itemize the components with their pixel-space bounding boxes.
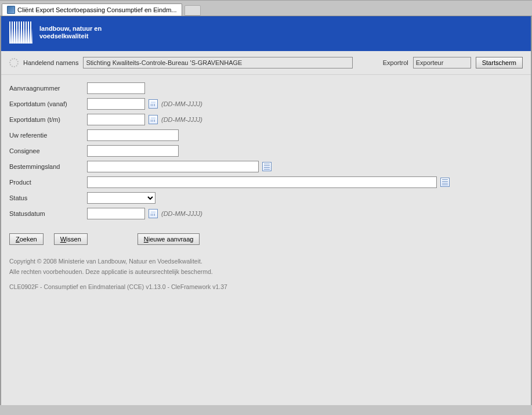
handelend-namens-input[interactable] (83, 57, 353, 68)
footer-version: CLE0902F - Consumptief en Eindmateriaal … (9, 282, 523, 293)
status-select[interactable] (87, 192, 155, 204)
calendar-icon[interactable] (149, 99, 158, 109)
exportrol-input[interactable] (413, 57, 471, 68)
aanvraagnummer-input[interactable] (87, 82, 145, 94)
consignee-label: Consignee (9, 147, 84, 154)
browser-tab-active[interactable]: Cliënt Export Sectortoepassing Consumpti… (2, 3, 182, 16)
wissen-label: issen (66, 236, 81, 243)
context-bar: Handelend namens Exportrol Startscherm (1, 51, 531, 75)
exportdatum-vanaf-label: Exportdatum (vanaf) (9, 100, 84, 107)
startscherm-button[interactable]: Startscherm (476, 57, 523, 68)
product-input[interactable] (87, 176, 437, 188)
product-label: Product (9, 179, 84, 186)
nieuwe-label: ieuwe aanvraag (149, 236, 194, 243)
footer-rights: Alle rechten voorbehouden. Deze applicat… (9, 267, 523, 277)
exportdatum-vanaf-input[interactable] (87, 98, 145, 110)
calendar-icon[interactable] (149, 115, 158, 124)
app-container: landbouw, natuur en voedselkwaliteit Han… (0, 16, 532, 405)
date-format-hint: (DD-MM-JJJJ) (161, 116, 202, 123)
ministry-logo-icon (9, 21, 32, 44)
lookup-icon[interactable] (262, 162, 272, 171)
ministry-banner: landbouw, natuur en voedselkwaliteit (1, 16, 531, 51)
statusdatum-input[interactable] (87, 208, 145, 219)
tab-title: Cliënt Export Sectortoepassing Consumpti… (17, 6, 177, 13)
date-format-hint: (DD-MM-JJJJ) (161, 210, 202, 217)
loading-spinner-icon (9, 58, 19, 67)
exportdatum-tm-label: Exportdatum (t/m) (9, 116, 84, 123)
bestemmingsland-input[interactable] (87, 161, 259, 172)
app-favicon-icon (7, 6, 15, 14)
browser-tabstrip: Cliënt Export Sectortoepassing Consumpti… (0, 3, 532, 16)
wissen-button[interactable]: Wissen (54, 233, 88, 245)
exportrol-label: Exportrol (383, 59, 408, 66)
statusdatum-label: Statusdatum (9, 210, 84, 217)
consignee-input[interactable] (87, 145, 179, 157)
zoeken-label: oeken (20, 236, 37, 243)
uw-referentie-input[interactable] (87, 129, 179, 141)
footer: Copyright © 2008 Ministerie van Landbouw… (1, 252, 531, 302)
aanvraagnummer-label: Aanvraagnummer (9, 85, 84, 92)
ministry-name: landbouw, natuur en voedselkwaliteit (39, 25, 102, 40)
action-buttons: Zoeken Wissen Nieuwe aanvraag (1, 223, 531, 252)
exportdatum-tm-input[interactable] (87, 114, 145, 125)
calendar-icon[interactable] (149, 209, 158, 218)
date-format-hint: (DD-MM-JJJJ) (161, 100, 202, 107)
new-tab-button[interactable] (184, 5, 201, 16)
status-label: Status (9, 194, 84, 201)
nieuwe-aanvraag-button[interactable]: Nieuwe aanvraag (137, 233, 200, 245)
lookup-icon[interactable] (440, 178, 450, 187)
search-form: Aanvraagnummer Exportdatum (vanaf) (DD-M… (1, 75, 531, 220)
zoeken-button[interactable]: Zoeken (9, 233, 44, 245)
handelend-namens-label: Handelend namens (23, 59, 78, 66)
bestemmingsland-label: Bestemmingsland (9, 163, 84, 170)
footer-copyright: Copyright © 2008 Ministerie van Landbouw… (9, 257, 523, 267)
uw-referentie-label: Uw referentie (9, 132, 84, 139)
